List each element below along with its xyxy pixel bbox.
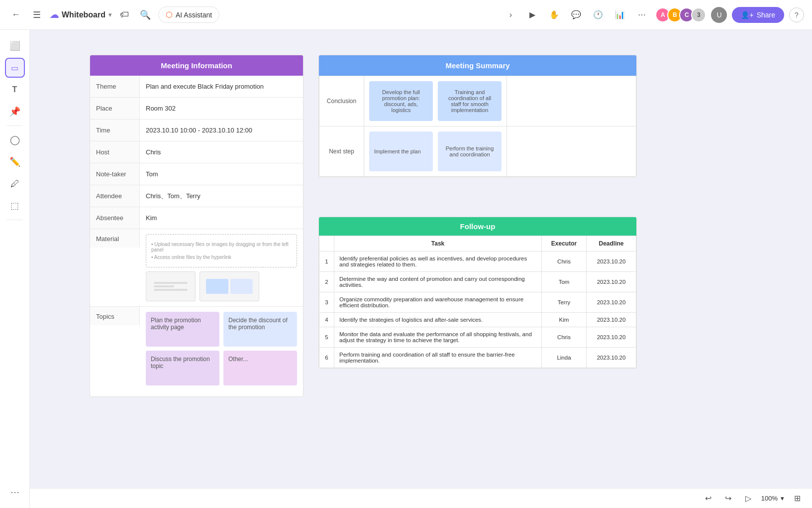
eraser-tool[interactable]: ⬚ bbox=[5, 196, 25, 216]
sticky-tool[interactable]: 📌 bbox=[5, 102, 25, 122]
topbar: ← ☰ ☁ Whiteboard ▾ 🏷 🔍 ⬡ AI Assistant › … bbox=[0, 0, 812, 30]
conclusion-notes: Develop the full promotion plan: discoun… bbox=[369, 81, 502, 121]
row-task: Determine the way and content of promoti… bbox=[334, 272, 542, 292]
chart-button[interactable]: 📊 bbox=[611, 6, 628, 23]
play-button[interactable]: ▶ bbox=[524, 6, 541, 23]
col-executor: Executor bbox=[542, 236, 587, 252]
row-executor: Tom bbox=[542, 272, 587, 292]
upload-text-line1: • Upload necessary files or images by dr… bbox=[151, 242, 292, 253]
row-task: Identify the strategies of logistics and… bbox=[334, 313, 542, 327]
text-tool[interactable]: T bbox=[5, 80, 25, 100]
next-step-label: Next step bbox=[319, 127, 364, 177]
material-area: • Upload necessary files or images by dr… bbox=[140, 229, 303, 306]
canvas[interactable]: Meeting Information Theme Plan and execu… bbox=[30, 30, 812, 488]
sidebar-divider-1 bbox=[7, 126, 23, 126]
col-deadline: Deadline bbox=[587, 236, 636, 252]
row-num: 6 bbox=[319, 348, 334, 368]
avatar-count: 3 bbox=[691, 7, 706, 22]
tag-button[interactable]: 🏷 bbox=[116, 7, 132, 23]
left-sidebar: ⬜ ▭ T 📌 ◯ ✏️ 🖊 ⬚ ⋯ bbox=[0, 30, 30, 508]
conclusion-note-1: Develop the full promotion plan: discoun… bbox=[369, 81, 433, 121]
share-button[interactable]: 👤+ Share bbox=[732, 7, 784, 23]
row-executor: Linda bbox=[542, 348, 587, 368]
more-tools-sidebar[interactable]: ⋯ bbox=[5, 482, 25, 502]
select-tool[interactable]: ⬜ bbox=[5, 36, 25, 56]
current-user-avatar[interactable]: U bbox=[711, 7, 727, 23]
thumb-line bbox=[154, 289, 188, 291]
info-row-place: Place Room 302 bbox=[90, 98, 303, 120]
cursor-icon: ▷ bbox=[741, 492, 755, 506]
theme-label: Theme bbox=[90, 76, 140, 97]
row-num: 4 bbox=[319, 313, 334, 327]
row-executor: Terry bbox=[542, 292, 587, 313]
material-thumb-2 bbox=[200, 271, 259, 301]
thumb-line bbox=[154, 282, 188, 284]
topics-label: Topics bbox=[90, 307, 140, 325]
ai-icon: ⬡ bbox=[166, 10, 173, 19]
marker-tool[interactable]: 🖊 bbox=[5, 174, 25, 194]
info-row-material: Material • Upload necessary files or ima… bbox=[90, 229, 303, 307]
topbar-left: ← ☰ ☁ Whiteboard ▾ 🏷 🔍 ⬡ AI Assistant bbox=[8, 6, 219, 23]
info-row-absentee: Absentee Kim bbox=[90, 207, 303, 229]
meeting-info-table: Meeting Information Theme Plan and execu… bbox=[90, 55, 304, 397]
ai-assistant-button[interactable]: ⬡ AI Assistant bbox=[158, 6, 219, 23]
material-label: Material bbox=[90, 229, 140, 248]
place-value: Room 302 bbox=[140, 98, 303, 119]
info-row-host: Host Chris bbox=[90, 141, 303, 163]
followup-row: 5 Monitor the data and evaluate the perf… bbox=[319, 327, 636, 348]
search-button[interactable]: 🔍 bbox=[137, 7, 153, 23]
followup-header-row: Task Executor Deadline bbox=[319, 236, 636, 252]
meeting-summary-table: Meeting Summary Conclusion Develop the f… bbox=[318, 55, 637, 177]
sidebar-divider-2 bbox=[7, 220, 23, 220]
history-button[interactable]: 🕐 bbox=[590, 6, 607, 23]
menu-button[interactable]: ☰ bbox=[29, 7, 45, 23]
redo-button[interactable]: ↪ bbox=[721, 492, 735, 506]
row-num: 1 bbox=[319, 252, 334, 272]
attendee-value: Chris、Tom、Terry bbox=[140, 185, 303, 207]
material-thumbnails bbox=[146, 271, 297, 301]
conclusion-row: Conclusion Develop the full promotion pl… bbox=[319, 76, 636, 127]
conclusion-empty-cell bbox=[507, 76, 636, 127]
followup-header: Follow-up bbox=[319, 217, 636, 236]
expand-button[interactable]: › bbox=[502, 6, 519, 23]
grid-view-button[interactable]: ⊞ bbox=[790, 492, 804, 506]
chevron-down-icon: ▾ bbox=[108, 11, 111, 18]
hand-button[interactable]: ✋ bbox=[546, 6, 563, 23]
undo-button[interactable]: ↩ bbox=[702, 492, 715, 506]
topics-area: Plan the promotion activity page Decide … bbox=[140, 307, 303, 390]
conclusion-note-2: Training and coordination of all staff f… bbox=[438, 81, 502, 121]
thumb-line bbox=[154, 285, 174, 287]
comment-button[interactable]: 💬 bbox=[568, 6, 585, 23]
meeting-info-header: Meeting Information bbox=[90, 55, 303, 76]
info-row-topics: Topics Plan the promotion activity page … bbox=[90, 307, 303, 396]
next-step-notes-cell: Implement the plan Perform the training … bbox=[364, 127, 507, 177]
host-label: Host bbox=[90, 141, 140, 163]
app-title: ☁ Whiteboard ▾ bbox=[50, 9, 111, 20]
row-executor: Kim bbox=[542, 313, 587, 327]
conclusion-label: Conclusion bbox=[319, 76, 364, 127]
attendee-label: Attendee bbox=[90, 185, 140, 207]
zoom-control[interactable]: 100% ▾ bbox=[761, 495, 784, 502]
pen-tool[interactable]: ✏️ bbox=[5, 152, 25, 172]
material-thumb-1 bbox=[146, 271, 196, 301]
help-button[interactable]: ? bbox=[789, 7, 804, 22]
more-tools-button[interactable]: ⋯ bbox=[633, 6, 650, 23]
absentee-label: Absentee bbox=[90, 207, 140, 229]
absentee-value: Kim bbox=[140, 207, 303, 229]
place-label: Place bbox=[90, 98, 140, 119]
back-button[interactable]: ← bbox=[8, 7, 24, 23]
upload-zone[interactable]: • Upload necessary files or images by dr… bbox=[146, 234, 297, 267]
shape-tool[interactable]: ◯ bbox=[5, 130, 25, 150]
topic-card-1: Plan the promotion activity page bbox=[146, 312, 219, 347]
next-step-row: Next step Implement the plan Perform the… bbox=[319, 127, 636, 177]
frame-tool[interactable]: ▭ bbox=[5, 58, 25, 78]
time-value: 2023.10.10 10:00 - 2023.10.10 12:00 bbox=[140, 120, 303, 141]
theme-value: Plan and execute Black Friday promotion bbox=[140, 76, 303, 97]
row-task: Organize commodity preparation and wareh… bbox=[334, 292, 542, 313]
followup-row: 1 Identify preferential policies as well… bbox=[319, 252, 636, 272]
meeting-summary-header: Meeting Summary bbox=[319, 55, 636, 76]
row-executor: Chris bbox=[542, 252, 587, 272]
topic-card-4: Other... bbox=[223, 351, 297, 385]
next-step-empty-cell bbox=[507, 127, 636, 177]
row-executor: Chris bbox=[542, 327, 587, 348]
